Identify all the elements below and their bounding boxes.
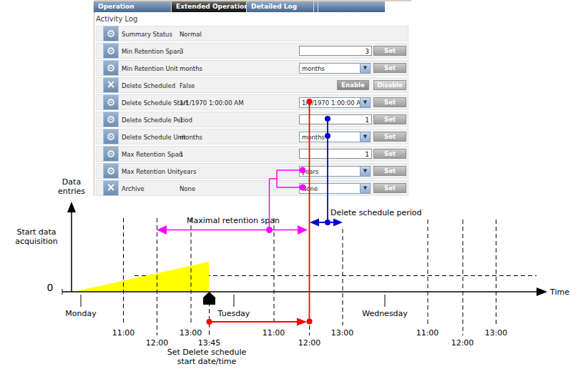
gear-icon[interactable]: ⚙ <box>103 146 119 162</box>
tab-bar-spacer <box>318 1 385 12</box>
delete-schedule-period-input[interactable] <box>299 114 372 124</box>
row-label: Archive <box>122 185 144 192</box>
gear-icon[interactable]: ⚙ <box>103 112 119 127</box>
axes <box>62 202 547 307</box>
row-delete-schedule-period: ⚙ Delete Schedule Period 1 Set <box>96 112 408 127</box>
set-start-annotation: Set Delete schedule start date/time <box>164 348 250 366</box>
max-retention-left-arrow <box>157 225 167 235</box>
chevron-down-icon[interactable]: ▼ <box>360 98 370 107</box>
set-button[interactable]: Set <box>373 114 406 124</box>
row-value: 1 <box>180 117 183 124</box>
row-label: Max Retention Unit <box>122 168 180 175</box>
row-min-retention-span: ⚙ Min Retention Span 3 Set <box>96 43 408 59</box>
row-value: Normal <box>180 31 202 38</box>
row-delete-scheduled: × Delete Scheduled False Enable Disable <box>96 77 408 93</box>
settings-rows: ⚙ Summary Status Normal ⚙ Min Retention … <box>96 26 408 197</box>
max-retention-annotation: Maximal retention span <box>187 216 280 225</box>
data-accumulation-triangle <box>74 262 209 292</box>
row-summary-status: ⚙ Summary Status Normal <box>96 26 408 41</box>
tab-detailed-log[interactable]: Detailed Log <box>247 1 314 12</box>
set-button[interactable]: Set <box>373 183 406 193</box>
panel-left-strip <box>93 1 95 196</box>
min-retention-unit-select[interactable]: months ▼ <box>299 63 371 74</box>
chevron-down-icon[interactable]: ▼ <box>360 184 370 193</box>
start-acquisition-label: Start data acquisition <box>4 227 69 246</box>
max-retention-unit-select[interactable]: years ▼ <box>299 166 371 177</box>
section-title: Activity Log <box>96 15 137 23</box>
row-min-retention-unit: ⚙ Min Retention Unit months months ▼ Set <box>96 60 408 76</box>
y-axis-arrow <box>67 202 76 212</box>
max-retention-span-input[interactable] <box>299 149 372 159</box>
tab-extended-operation[interactable]: Extended Operation <box>172 1 247 12</box>
hour-label: 11:00 <box>110 328 137 338</box>
row-delete-schedule-unit: ⚙ Delete Schedule Unit months months ▼ S… <box>96 129 408 144</box>
x-icon[interactable]: × <box>103 77 119 93</box>
set-button[interactable]: Set <box>373 97 406 107</box>
row-label: Max Retention Span <box>122 151 182 158</box>
delete-schedule-unit-select[interactable]: months ▼ <box>299 132 371 142</box>
hour-label: 12:00 <box>449 338 476 348</box>
chevron-down-icon[interactable]: ▼ <box>360 132 370 142</box>
set-button[interactable]: Set <box>373 63 406 73</box>
gear-icon[interactable]: ⚙ <box>103 43 119 59</box>
hour-label: 12:00 <box>296 338 323 348</box>
hour-label: 12:00 <box>144 338 170 348</box>
hour-label: 11:00 <box>414 328 441 338</box>
page: Operation Extended Operation Detailed Lo… <box>0 0 588 369</box>
row-label: Delete Schedule Unit <box>122 134 186 141</box>
row-value: 1/1/1970 1:00:00 AM <box>180 99 244 107</box>
gear-icon[interactable]: ⚙ <box>103 94 119 110</box>
disable-button[interactable]: Disable <box>373 80 406 90</box>
delete-period-annotation: Delete schedule period <box>330 208 421 217</box>
x-icon[interactable]: × <box>103 180 119 196</box>
row-value: 1 <box>180 151 183 158</box>
day-label-wednesday: Wednesday <box>359 309 411 318</box>
set-button[interactable]: Set <box>373 149 406 159</box>
select-value: months <box>302 134 325 141</box>
row-value: months <box>180 134 202 141</box>
gears-icon[interactable]: ⚙ <box>103 26 119 41</box>
archive-select[interactable]: None ▼ <box>299 183 371 194</box>
row-label: Delete Scheduled <box>122 82 175 89</box>
select-value: None <box>302 185 318 192</box>
y-axis-label: Data entries <box>50 177 93 196</box>
x-axis-arrow <box>536 287 547 296</box>
row-value: 3 <box>180 48 183 55</box>
row-label: Delete Schedule Start <box>122 99 188 107</box>
gear-icon[interactable]: ⚙ <box>103 163 119 179</box>
row-delete-schedule-start: ⚙ Delete Schedule Start 1/1/1970 1:00:00… <box>96 94 408 110</box>
hour-gridlines <box>124 218 496 335</box>
enable-button[interactable]: Enable <box>337 80 369 90</box>
gear-icon[interactable]: ⚙ <box>103 60 119 76</box>
chevron-down-icon[interactable]: ▼ <box>360 167 370 176</box>
chevron-down-icon[interactable]: ▼ <box>360 64 370 73</box>
max-retention-right-arrow <box>298 225 308 235</box>
delete-start-arrow <box>297 318 307 326</box>
delete-period-right-arrow <box>333 219 343 227</box>
gear-icon[interactable]: ⚙ <box>103 129 119 144</box>
tab-operation[interactable]: Operation <box>94 1 172 12</box>
day-label-monday: Monday <box>61 309 101 318</box>
row-value: years <box>180 168 196 175</box>
tab-bar: Operation Extended Operation Detailed Lo… <box>94 1 385 12</box>
settings-panel: Operation Extended Operation Detailed Lo… <box>94 0 411 199</box>
schedule-start-marker <box>203 292 215 305</box>
row-max-retention-span: ⚙ Max Retention Span 1 Set <box>96 146 408 162</box>
select-value: months <box>302 65 325 72</box>
hour-label: 13:00 <box>483 328 509 338</box>
set-button[interactable]: Set <box>373 132 406 142</box>
row-value: months <box>180 65 202 72</box>
hour-label: 13:00 <box>177 328 204 338</box>
set-button[interactable]: Set <box>373 46 406 56</box>
origin-label: 0 <box>43 283 57 292</box>
row-label: Min Retention Unit <box>122 65 178 72</box>
min-retention-span-input[interactable] <box>299 46 372 56</box>
delete-period-left-arrow <box>310 219 319 227</box>
select-value: years <box>302 168 318 175</box>
set-button[interactable]: Set <box>373 166 406 176</box>
row-value: False <box>180 82 195 89</box>
select-value: 1/1/1970 1:00:00 AM <box>302 99 366 107</box>
delete-schedule-start-select[interactable]: 1/1/1970 1:00:00 AM ▼ <box>299 97 371 108</box>
x-axis-label: Time <box>550 287 569 297</box>
hour-label: 13:45 <box>196 338 222 348</box>
